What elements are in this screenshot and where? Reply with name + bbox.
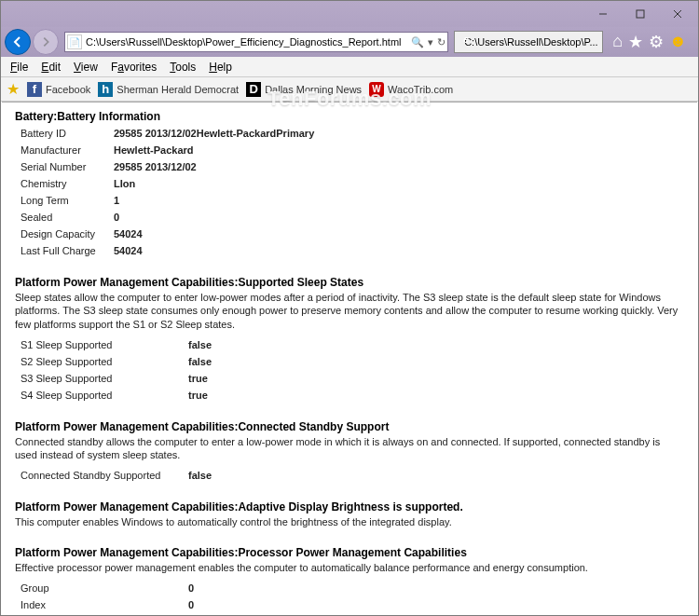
minimize-button[interactable] — [584, 4, 622, 24]
tab-close-icon[interactable]: ✕ — [602, 36, 604, 48]
section-heading: Platform Power Management Capabilities:C… — [15, 420, 684, 433]
battery-section: Battery:Battery Information Battery ID29… — [15, 110, 684, 259]
section-heading: Platform Power Management Capabilities:S… — [15, 276, 684, 289]
kv-value: 29585 2013/12/02Hewlett-PackardPrimary — [114, 128, 314, 139]
maximize-button[interactable] — [622, 4, 659, 24]
address-bar[interactable]: 📄 🔍 ▾ ↻ — [64, 32, 448, 52]
kv-label: Index — [21, 599, 188, 610]
kv-row: Serial Number29585 2013/12/02 — [21, 158, 684, 175]
settings-icon[interactable]: ⚙ — [649, 32, 664, 52]
fav-sherman[interactable]: h Sherman Herald Democrat — [98, 82, 239, 97]
section-description: Effective processor power management ena… — [15, 561, 684, 574]
dmn-icon: D — [246, 82, 261, 97]
close-button[interactable] — [659, 4, 696, 24]
kv-value: true — [188, 373, 208, 384]
section-description: Connected standby allows the computer to… — [15, 435, 684, 462]
fav-label: Facebook — [46, 84, 90, 95]
kv-value: Hewlett-Packard — [114, 144, 194, 156]
menu-help[interactable]: Help — [203, 59, 238, 75]
kv-row: Group0 — [21, 580, 684, 596]
cpu-section: Platform Power Management Capabilities:P… — [15, 546, 684, 614]
tab-strip: C:\Users\Russell\Desktop\P... ✕ — [454, 31, 603, 53]
menu-file[interactable]: File — [5, 59, 34, 75]
fav-label: Dallas Morning News — [265, 84, 362, 95]
page-icon: 📄 — [67, 34, 82, 49]
section-description: This computer enables Windows to automat… — [15, 515, 684, 528]
fav-waco[interactable]: W WacoTrib.com — [369, 82, 453, 97]
kv-label: S1 Sleep Supported — [21, 339, 188, 350]
kv-row: Last Full Charge54024 — [21, 242, 684, 259]
kv-label: Design Capacity — [21, 228, 114, 240]
kv-value: 0 — [188, 599, 194, 610]
kv-label: Battery ID — [21, 128, 114, 139]
content-area[interactable]: Battery:Battery Information Battery ID29… — [2, 102, 697, 614]
emoji-icon[interactable]: ☻ — [669, 32, 687, 52]
kv-row: ChemistryLIon — [21, 175, 684, 192]
kv-row: S1 Sleep Supportedfalse — [21, 336, 684, 353]
kv-row: Design Capacity54024 — [21, 226, 684, 242]
kv-row: Idle State Count2 — [21, 613, 684, 614]
dropdown-icon[interactable]: ▾ — [428, 36, 433, 48]
kv-value: false — [188, 470, 212, 481]
cpu-table: Group0Index0Idle State Count2Idle State … — [21, 580, 684, 614]
favorites-bar: ★ f Facebook h Sherman Herald Democrat D… — [1, 77, 698, 102]
kv-value: 0 — [188, 582, 194, 594]
section-heading: Platform Power Management Capabilities:P… — [15, 546, 684, 559]
standby-table: Connected Standby Supportedfalse — [21, 467, 684, 484]
fav-dmn[interactable]: D Dallas Morning News — [246, 82, 362, 97]
kv-label: S3 Sleep Supported — [21, 373, 188, 384]
back-button[interactable] — [5, 29, 31, 55]
home-icon[interactable]: ⌂ — [612, 32, 623, 52]
kv-label: Serial Number — [21, 161, 114, 172]
kv-value: 1 — [114, 195, 119, 206]
navbar: 📄 🔍 ▾ ↻ C:\Users\Russell\Desktop\P... ✕ … — [1, 27, 698, 57]
menu-tools[interactable]: Tools — [164, 59, 201, 75]
fav-label: WacoTrib.com — [388, 84, 453, 95]
url-input[interactable] — [86, 36, 407, 48]
kv-row: Sealed0 — [21, 209, 684, 226]
kv-label: S4 Sleep Supported — [21, 390, 188, 401]
favorites-icon[interactable]: ★ — [628, 32, 643, 52]
kv-row: S3 Sleep Supportedtrue — [21, 370, 684, 387]
section-heading: Battery:Battery Information — [15, 110, 684, 123]
tab-active[interactable]: C:\Users\Russell\Desktop\P... ✕ — [454, 31, 603, 53]
section-heading: Platform Power Management Capabilities:A… — [15, 500, 684, 513]
add-favorite-icon[interactable]: ★ — [7, 80, 20, 98]
section-description: Sleep states allow the computer to enter… — [15, 291, 684, 331]
fav-label: Sherman Herald Democrat — [116, 84, 239, 95]
kv-row: S2 Sleep Supportedfalse — [21, 353, 684, 370]
kv-value: false — [188, 356, 212, 367]
kv-row: Battery ID29585 2013/12/02Hewlett-Packar… — [21, 125, 684, 142]
facebook-icon: f — [27, 82, 42, 97]
herald-icon: h — [98, 82, 113, 97]
menu-bar: File Edit View Favorites Tools Help — [1, 57, 698, 77]
kv-label: Last Full Charge — [21, 245, 114, 256]
kv-label: Long Term — [21, 195, 114, 206]
sleep-table: S1 Sleep SupportedfalseS2 Sleep Supporte… — [21, 336, 684, 404]
kv-row: Index0 — [21, 596, 684, 613]
standby-section: Platform Power Management Capabilities:C… — [15, 420, 684, 485]
kv-label: Sealed — [21, 212, 114, 223]
battery-table: Battery ID29585 2013/12/02Hewlett-Packar… — [21, 125, 684, 259]
kv-row: Connected Standby Supportedfalse — [21, 467, 684, 484]
menu-favorites[interactable]: Favorites — [105, 59, 162, 75]
kv-value: 29585 2013/12/02 — [114, 161, 197, 172]
kv-row: ManufacturerHewlett-Packard — [21, 142, 684, 158]
kv-row: S4 Sleep Supportedtrue — [21, 387, 684, 404]
menu-view[interactable]: View — [68, 59, 103, 75]
kv-label: Chemistry — [21, 178, 114, 189]
fav-facebook[interactable]: f Facebook — [27, 82, 90, 97]
refresh-icon[interactable]: ↻ — [437, 36, 445, 48]
kv-value: 54024 — [114, 245, 143, 256]
menu-edit[interactable]: Edit — [35, 59, 66, 75]
kv-label: Manufacturer — [21, 144, 114, 156]
kv-value: true — [188, 390, 208, 401]
kv-row: Long Term1 — [21, 192, 684, 209]
kv-value: false — [188, 339, 212, 350]
kv-value: LIon — [114, 178, 135, 189]
kv-label: S2 Sleep Supported — [21, 356, 188, 367]
kv-label: Group — [21, 582, 188, 594]
header-icons: ⌂ ★ ⚙ ☻ — [605, 32, 694, 52]
search-icon[interactable]: 🔍 — [411, 36, 424, 48]
forward-button[interactable] — [33, 29, 59, 55]
